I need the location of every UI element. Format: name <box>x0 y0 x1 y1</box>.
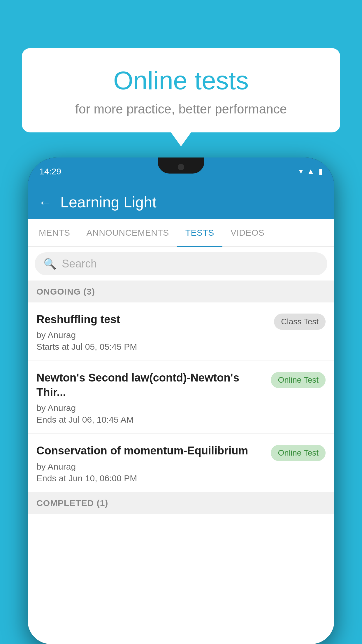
test-item-1-content: Reshuffling test by Anurag Starts at Jul… <box>36 312 268 352</box>
badge-2: Online Test <box>271 372 326 388</box>
tab-announcements[interactable]: ANNOUNCEMENTS <box>78 219 177 246</box>
test-time-1: Starts at Jul 05, 05:45 PM <box>36 342 268 352</box>
back-button[interactable]: ← <box>38 194 52 210</box>
bubble-title: Online tests <box>36 66 326 95</box>
test-name-3: Conservation of momentum-Equilibrium <box>36 444 265 458</box>
test-time-3: Ends at Jun 10, 06:00 PM <box>36 473 265 483</box>
badge-1: Class Test <box>274 314 326 330</box>
test-item-1[interactable]: Reshuffling test by Anurag Starts at Jul… <box>28 302 334 361</box>
tab-videos[interactable]: VIDEOS <box>222 219 273 246</box>
completed-section-header: COMPLETED (1) <box>28 492 334 514</box>
status-bar: 14:29 ▾ ▲ ▮ <box>28 158 334 185</box>
test-name-2: Newton's Second law(contd)-Newton's Thir… <box>36 371 265 400</box>
test-author-3: by Anurag <box>36 462 265 472</box>
test-time-label-2: Ends at <box>36 415 66 424</box>
test-time-value-2: Jul 06, 10:45 AM <box>68 415 133 424</box>
badge-3: Online Test <box>271 445 326 461</box>
tabs-bar: MENTS ANNOUNCEMENTS TESTS VIDEOS <box>28 219 334 247</box>
speech-bubble: Online tests for more practice, better p… <box>22 48 340 132</box>
camera <box>178 164 184 170</box>
test-item-3[interactable]: Conservation of momentum-Equilibrium by … <box>28 434 334 492</box>
test-time-value-1: Jul 05, 05:45 PM <box>71 342 137 351</box>
test-author-2: by Anurag <box>36 403 265 413</box>
tab-tests[interactable]: TESTS <box>177 219 222 246</box>
tab-ments[interactable]: MENTS <box>31 219 78 246</box>
phone-notch <box>158 158 204 174</box>
test-item-2-content: Newton's Second law(contd)-Newton's Thir… <box>36 371 265 425</box>
test-list: Reshuffling test by Anurag Starts at Jul… <box>28 302 334 644</box>
signal-icon: ▲ <box>307 167 314 176</box>
ongoing-section-header: ONGOING (3) <box>28 281 334 302</box>
test-time-2: Ends at Jul 06, 10:45 AM <box>36 415 265 425</box>
wifi-icon: ▾ <box>299 167 303 176</box>
bubble-subtitle: for more practice, better performance <box>36 102 326 116</box>
app-title: Learning Light <box>60 193 157 211</box>
test-item-2[interactable]: Newton's Second law(contd)-Newton's Thir… <box>28 361 334 434</box>
status-icons: ▾ ▲ ▮ <box>299 167 323 176</box>
search-placeholder-text: Search <box>62 258 97 270</box>
search-icon: 🔍 <box>43 258 57 270</box>
search-container: 🔍 Search <box>28 247 334 281</box>
phone-screen: ← Learning Light MENTS ANNOUNCEMENTS TES… <box>28 185 334 644</box>
test-name-1: Reshuffling test <box>36 312 268 327</box>
test-author-1: by Anurag <box>36 330 268 340</box>
test-time-label-1: Starts at <box>36 342 69 351</box>
battery-icon: ▮ <box>319 167 323 176</box>
status-time: 14:29 <box>39 167 61 176</box>
test-time-value-3: Jun 10, 06:00 PM <box>68 473 137 483</box>
phone-frame: 14:29 ▾ ▲ ▮ ← Learning Light MENTS ANNOU… <box>28 158 334 644</box>
test-item-3-content: Conservation of momentum-Equilibrium by … <box>36 444 265 483</box>
test-time-label-3: Ends at <box>36 473 66 483</box>
search-box[interactable]: 🔍 Search <box>35 252 327 275</box>
app-header: ← Learning Light <box>28 185 334 219</box>
